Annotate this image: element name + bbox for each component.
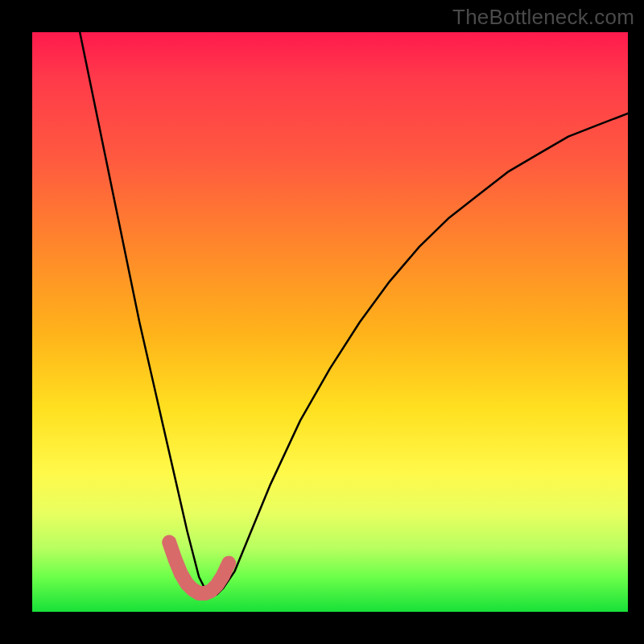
highlight-segment: [169, 543, 229, 593]
chart-frame: TheBottleneck.com: [0, 0, 644, 644]
bottleneck-curve: [80, 32, 628, 594]
curve-svg: [32, 32, 628, 612]
watermark-text: TheBottleneck.com: [452, 5, 634, 30]
plot-area: [32, 32, 628, 612]
